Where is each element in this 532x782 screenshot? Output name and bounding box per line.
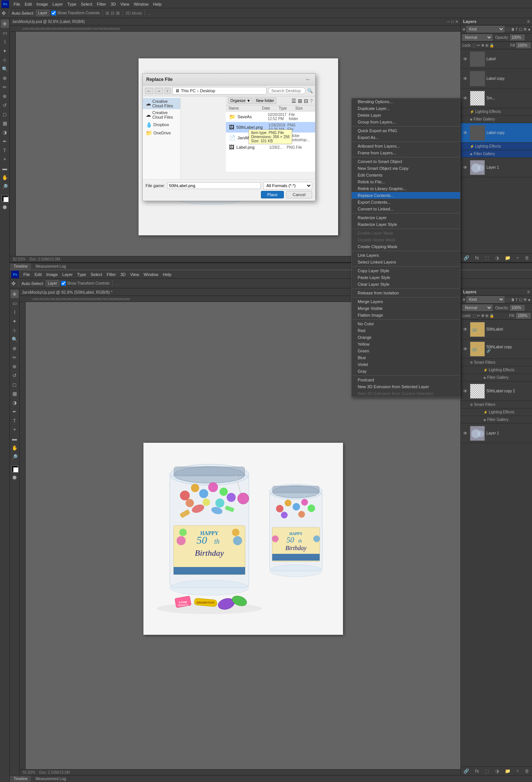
link-layers-icon-2[interactable]: 🔗 [462,768,470,774]
layers-menu-icon-bottom[interactable]: ≡ [527,289,530,294]
sidebar-creative-cloud-1[interactable]: ☁ Creative Cloud Files [143,98,180,109]
top-win-maximize[interactable]: □ [451,20,454,24]
sidebar-creative-cloud-2[interactable]: ☁ Creative Cloud Files [143,109,180,120]
lock-transparent-bottom[interactable]: ⬚ [473,314,476,318]
align-right-icon[interactable]: ⊠ [116,11,120,16]
filter-pixel-icon[interactable]: ⬚ [506,27,509,32]
help-icon[interactable]: ? [310,98,313,104]
tool-pen-2[interactable]: ✒ [11,407,19,416]
tool-lasso-2[interactable]: ⌇ [11,308,19,316]
align-center-icon[interactable]: ⊟ [111,11,114,16]
ctx-item-merge-visible[interactable]: Merge Visible [352,305,460,312]
menu-view[interactable]: View [118,2,132,6]
new-layer-icon-2[interactable]: + [515,768,520,774]
filter-toggle-bottom[interactable]: ● [528,297,530,302]
new-layer-icon[interactable]: + [515,255,520,261]
layer-item-50thlabel-copy2[interactable]: 👁 50thLabel copy 2 [461,381,532,401]
ctx-item-rasterize-layer[interactable]: Rasterize Layer [352,214,460,221]
menu-file[interactable]: File [11,2,23,6]
layer-item-sm[interactable]: 👁 Sm... [461,88,532,108]
layer-vis-layer1-bottom[interactable]: 👁 [462,431,468,436]
tool-gradient[interactable]: ▦ [1,119,9,127]
layer-visibility-sm[interactable]: 👁 [462,96,468,101]
filter-toggle[interactable]: ● [528,27,530,32]
top-win-close[interactable]: ✕ [455,20,458,24]
fx-icon[interactable]: fx [474,255,480,261]
ctx-item-group-from-layers-[interactable]: Group from Layers... [352,119,460,125]
tool-eyedropper-2[interactable]: 🔍 [11,335,19,343]
ctx-item-quick-export-as-png[interactable]: Quick Export as PNG [352,127,460,134]
delete-layer-icon-2[interactable]: 🗑 [524,768,530,774]
adj-layer-icon[interactable]: ◑ [494,255,500,261]
tool-clone-2[interactable]: ⊗ [11,362,19,370]
menu-help[interactable]: Help [151,2,164,6]
ctx-item-export-contents-[interactable]: Export Contents... [352,199,460,206]
layer-item-layer1-bottom[interactable]: 👁 Layer 1 [461,424,532,443]
tool-crop[interactable]: ⊹ [1,56,9,64]
timeline-tab-2[interactable]: Timeline [10,776,32,782]
filter-type-bottom[interactable]: T [515,297,518,302]
layers-menu-icon[interactable]: ≡ [527,19,530,24]
adj-layer-icon-2[interactable]: ◑ [494,768,500,774]
nav-back-btn[interactable]: ← [145,88,153,94]
ctx-item-violet[interactable]: Violet [352,361,460,368]
filter-shape-bottom[interactable]: ◻ [519,297,522,302]
lock-artboard-icon[interactable]: ⊞ [485,43,488,47]
tool-path-2[interactable]: ⌖ [11,425,19,434]
ctx-item-copy-layer-style[interactable]: Copy Layer Style [352,267,460,274]
layer-item-label[interactable]: 👁 Label [461,49,532,69]
new-group-icon[interactable]: 📁 [504,255,512,261]
organize-btn[interactable]: Organize ▼ [228,98,253,104]
tool-eyedropper[interactable]: 🔍 [1,65,9,73]
ctx-item-gray[interactable]: Gray [352,368,460,375]
ctx-item-edit-contents[interactable]: Edit Contents [352,172,460,178]
ctx-item-postcard[interactable]: Postcard [352,377,460,383]
lock-all-icon[interactable]: 🔒 [489,43,494,47]
lock-artboard-bottom[interactable]: ⊞ [485,314,488,318]
fill-input[interactable] [516,43,530,48]
cancel-btn[interactable]: Cancel [286,191,312,198]
ctx-item-frame-from-layers-[interactable]: Frame from Layers... [352,149,460,156]
filter-smart-icon[interactable]: ⊕ [523,27,527,32]
layer-item-50thlabel-copy[interactable]: 👁 50 50thLabel copy 🔗 [461,339,532,359]
ctx-item-new-smart-object-via-copy[interactable]: New Smart Object via Copy [352,165,460,172]
delete-layer-icon[interactable]: 🗑 [524,255,530,261]
tool-type-2[interactable]: T [11,416,19,425]
blend-mode-select-bottom[interactable]: Normal [462,305,492,311]
search-input[interactable] [268,87,306,94]
layer-item-layer1[interactable]: 👁 Layer 1 [461,158,532,177]
menu-filter-2[interactable]: Filter [104,272,118,277]
ctx-item-convert-to-linked-[interactable]: Convert to Linked... [352,206,460,212]
ctx-item-yellow[interactable]: Yellow [352,341,460,348]
tool-heal[interactable]: ⊕ [1,74,9,82]
ctx-item-orange[interactable]: Orange [352,334,460,341]
lock-position-icon[interactable]: ✥ [481,43,484,47]
layer-vis-50thlabel-copy2[interactable]: 👁 [462,389,468,394]
tool-move-2[interactable]: ✥ [11,290,19,298]
ctx-item-release-from-isolation[interactable]: Release from Isolation [352,290,460,296]
top-win-minimize[interactable]: ─ [447,20,450,24]
ctx-item-rasterize-layer-style[interactable]: Rasterize Layer Style [352,221,460,228]
menu-edit[interactable]: Edit [23,2,34,6]
ctx-item-select-linked-layers[interactable]: Select Linked Layers [352,259,460,265]
menu-file-2[interactable]: File [21,272,32,277]
add-mask-icon[interactable]: ⬚ [484,255,490,261]
menu-image[interactable]: Image [34,2,50,6]
place-btn[interactable]: Place [261,191,284,198]
tool-hand-2[interactable]: ✋ [11,444,19,452]
menu-select-2[interactable]: Select [88,272,105,277]
mask-2[interactable]: ⬤ [11,473,19,481]
lock-transparent-icon[interactable]: ⬚ [473,43,476,47]
filter-adj-icon[interactable]: ◑ [511,27,514,32]
nav-fwd-btn[interactable]: → [155,88,163,94]
view-list-icon[interactable]: ☰ [291,98,296,104]
view-icons-icon[interactable]: ⊟ [304,98,308,104]
tool-history-2[interactable]: ↺ [11,371,19,380]
layer-visibility-label-copy-2[interactable]: 👁 [462,130,468,136]
format-select[interactable]: All Formats (*.*) [263,182,312,189]
tool-dodge[interactable]: ◑ [1,128,9,136]
transform-checkbox-2[interactable] [61,281,66,286]
timeline-tab[interactable]: Timeline [10,263,32,270]
layer-visibility-label[interactable]: 👁 [462,56,468,62]
sidebar-onedrive[interactable]: 📁 OneDrive [143,129,180,137]
